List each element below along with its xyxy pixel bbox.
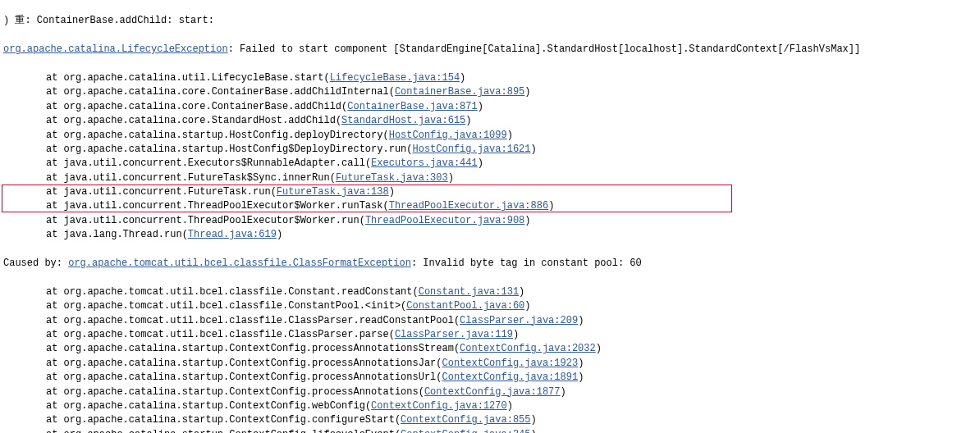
at-keyword: at: [46, 358, 64, 369]
source-file-link[interactable]: Executors.java:441: [371, 157, 478, 169]
source-file-link[interactable]: StandardHost.java:615: [341, 115, 465, 126]
frame-class: org.apache.tomcat.util.bcel.classfile.Cl…: [64, 329, 389, 340]
frame-class: org.apache.catalina.startup.ContextConfi…: [64, 400, 365, 412]
source-file-link[interactable]: ClassParser.java:209: [460, 315, 578, 326]
stack-frame: at org.apache.catalina.util.LifecycleBas…: [3, 71, 977, 85]
at-keyword: at: [46, 86, 64, 98]
source-file-link[interactable]: ContainerBase.java:895: [395, 86, 524, 98]
stack-frame: at java.util.concurrent.FutureTask.run(F…: [3, 185, 977, 199]
at-keyword: at: [46, 414, 64, 426]
at-keyword: at: [46, 400, 64, 412]
stacktrace-container: ) 重: ContainerBase.addChild: start: org.…: [0, 0, 980, 433]
at-keyword: at: [46, 429, 64, 433]
stack-frame: at org.apache.catalina.core.StandardHost…: [3, 114, 977, 128]
source-file-link[interactable]: ContextConfig.java:1923: [442, 358, 579, 369]
frame-class: org.apache.tomcat.util.bcel.classfile.Co…: [64, 286, 413, 298]
at-keyword: at: [46, 186, 64, 198]
stack-frame: at org.apache.catalina.startup.HostConfi…: [3, 143, 977, 157]
stack-frame: at org.apache.catalina.startup.ContextCo…: [3, 385, 977, 399]
at-keyword: at: [46, 371, 64, 383]
source-file-link[interactable]: ClassParser.java:119: [395, 329, 513, 340]
source-file-link[interactable]: ContextConfig.java:1877: [424, 386, 561, 398]
stack-frame: at org.apache.catalina.core.ContainerBas…: [3, 85, 977, 99]
at-keyword: at: [46, 229, 64, 240]
frame-class: org.apache.catalina.startup.HostConfig$D…: [64, 144, 407, 155]
source-file-link[interactable]: FutureTask.java:138: [277, 186, 389, 198]
frame-class: java.util.concurrent.FutureTask.run: [64, 186, 271, 198]
exception-class-link[interactable]: org.apache.catalina.LifecycleException: [3, 43, 228, 55]
stack-frame: at java.util.concurrent.ThreadPoolExecut…: [3, 199, 977, 213]
source-file-link[interactable]: ConstantPool.java:60: [406, 300, 524, 312]
exception-line: org.apache.catalina.LifecycleException: …: [3, 43, 977, 57]
at-keyword: at: [46, 286, 64, 298]
at-keyword: at: [46, 329, 64, 340]
stack-frame: at java.lang.Thread.run(Thread.java:619): [3, 228, 977, 242]
frame-class: org.apache.catalina.startup.ContextConfi…: [64, 429, 395, 433]
frame-class: org.apache.catalina.startup.ContextConfi…: [64, 371, 437, 383]
frame-class: org.apache.catalina.core.ContainerBase.a…: [64, 101, 341, 112]
caused-by-exception-link[interactable]: org.apache.tomcat.util.bcel.classfile.Cl…: [68, 258, 411, 269]
frame-class: org.apache.catalina.startup.ContextConfi…: [64, 386, 419, 398]
frame-class: org.apache.catalina.core.StandardHost.ad…: [64, 115, 336, 126]
frame-class: org.apache.catalina.util.LifecycleBase.s…: [64, 72, 324, 84]
frame-class: org.apache.catalina.startup.ContextConfi…: [64, 343, 454, 354]
source-file-link[interactable]: ContextConfig.java:2032: [460, 343, 596, 354]
source-file-link[interactable]: Constant.java:131: [419, 286, 519, 298]
stack-frame: at org.apache.catalina.startup.ContextCo…: [3, 428, 977, 433]
at-keyword: at: [46, 300, 64, 312]
source-file-link[interactable]: ContextConfig.java:1891: [442, 371, 579, 383]
source-file-link[interactable]: HostConfig.java:1621: [412, 144, 530, 155]
stack-frame: at org.apache.catalina.startup.ContextCo…: [3, 413, 977, 427]
source-file-link[interactable]: ContextConfig.java:855: [401, 414, 530, 426]
at-keyword: at: [46, 130, 64, 141]
source-file-link[interactable]: ContextConfig.java:345: [401, 429, 530, 433]
frame-class: org.apache.catalina.core.ContainerBase.a…: [64, 86, 389, 98]
source-file-link[interactable]: ContextConfig.java:1270: [371, 400, 507, 412]
source-file-link[interactable]: ThreadPoolExecutor.java:886: [389, 200, 548, 212]
stack-frame: at org.apache.tomcat.util.bcel.classfile…: [3, 299, 977, 313]
source-file-link[interactable]: ThreadPoolExecutor.java:908: [365, 215, 524, 226]
stack-frame: at org.apache.tomcat.util.bcel.classfile…: [3, 285, 977, 299]
source-file-link[interactable]: Thread.java:619: [188, 229, 277, 240]
frame-class: java.util.concurrent.ThreadPoolExecutor$…: [64, 215, 359, 226]
frame-class: org.apache.tomcat.util.bcel.classfile.Co…: [64, 300, 401, 312]
at-keyword: at: [46, 72, 64, 84]
source-file-link[interactable]: LifecycleBase.java:154: [330, 72, 460, 84]
frame-class: java.util.concurrent.FutureTask$Sync.inn…: [64, 172, 330, 184]
caused-by-message: : Invalid byte tag in constant pool: 60: [411, 258, 642, 269]
frame-class: java.util.concurrent.Executors$RunnableA…: [64, 157, 365, 169]
frame-class: org.apache.tomcat.util.bcel.classfile.Cl…: [64, 315, 454, 326]
stack-frame: at org.apache.catalina.startup.ContextCo…: [3, 342, 977, 356]
stack-frame: at org.apache.catalina.startup.ContextCo…: [3, 371, 977, 385]
stack-frame: at org.apache.tomcat.util.bcel.classfile…: [3, 328, 977, 342]
at-keyword: at: [46, 172, 64, 184]
source-file-link[interactable]: ContainerBase.java:871: [347, 101, 477, 112]
at-keyword: at: [46, 115, 64, 126]
frame-class: org.apache.catalina.startup.ContextConfi…: [64, 358, 437, 369]
stack-frame: at org.apache.tomcat.util.bcel.classfile…: [3, 314, 977, 328]
at-keyword: at: [46, 144, 64, 155]
stack-frame: at org.apache.catalina.startup.HostConfi…: [3, 129, 977, 143]
header-line: ) 重: ContainerBase.addChild: start:: [3, 14, 977, 28]
at-keyword: at: [46, 157, 64, 169]
caused-by-prefix: Caused by:: [3, 258, 68, 269]
stack-frame: at java.util.concurrent.FutureTask$Sync.…: [3, 171, 977, 185]
frame-class: org.apache.catalina.startup.HostConfig.d…: [64, 130, 383, 141]
stack-frame: at org.apache.catalina.startup.ContextCo…: [3, 357, 977, 371]
source-file-link[interactable]: FutureTask.java:303: [336, 172, 448, 184]
exception-message: : Failed to start component [StandardEng…: [228, 43, 861, 55]
stack-frame: at java.util.concurrent.Executors$Runnab…: [3, 157, 977, 171]
source-file-link[interactable]: HostConfig.java:1099: [389, 130, 507, 141]
stack-frame: at java.util.concurrent.ThreadPoolExecut…: [3, 214, 977, 228]
frame-class: java.util.concurrent.ThreadPoolExecutor$…: [64, 200, 383, 212]
frame-class: org.apache.catalina.startup.ContextConfi…: [64, 414, 395, 426]
caused-by-line: Caused by: org.apache.tomcat.util.bcel.c…: [3, 257, 977, 271]
at-keyword: at: [46, 101, 64, 112]
at-keyword: at: [46, 386, 64, 398]
at-keyword: at: [46, 315, 64, 326]
at-keyword: at: [46, 343, 64, 354]
at-keyword: at: [46, 200, 64, 212]
stack-frame: at org.apache.catalina.core.ContainerBas…: [3, 100, 977, 114]
stack-frame: at org.apache.catalina.startup.ContextCo…: [3, 399, 977, 413]
stacktrace-text: ) 重: ContainerBase.addChild: start: org.…: [0, 0, 980, 433]
